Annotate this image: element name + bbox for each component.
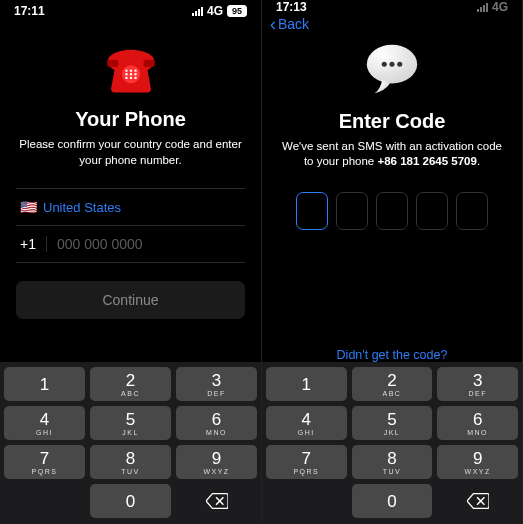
code-digit-1[interactable]: [296, 192, 328, 230]
signal-icon: [192, 7, 203, 16]
status-time: 17:13: [276, 0, 307, 14]
code-digit-4[interactable]: [416, 192, 448, 230]
keypad-backspace[interactable]: [437, 484, 518, 518]
subtitle: We've sent an SMS with an activation cod…: [278, 139, 506, 170]
network-label: 4G: [492, 0, 508, 14]
speech-bubble-icon: [361, 40, 423, 102]
keypad-key-7[interactable]: 7PQRS: [4, 445, 85, 479]
svg-point-14: [382, 62, 387, 67]
svg-point-11: [129, 77, 131, 79]
svg-point-6: [134, 69, 136, 71]
subtitle-phone: +86 181 2645 5709: [377, 155, 476, 167]
svg-point-5: [129, 69, 131, 71]
svg-point-12: [134, 77, 136, 79]
resend-code-link[interactable]: Didn't get the code?: [337, 348, 448, 362]
keypad-key-0[interactable]: 0: [352, 484, 433, 518]
keypad-key-7[interactable]: 7PQRS: [266, 445, 347, 479]
keypad-key-5[interactable]: 5JKL: [90, 406, 171, 440]
keypad-key-1[interactable]: 1: [266, 367, 347, 401]
keypad-key-3[interactable]: 3DEF: [176, 367, 257, 401]
keypad-key-6[interactable]: 6MNO: [176, 406, 257, 440]
keypad-key-9[interactable]: 9WXYZ: [176, 445, 257, 479]
subtitle: Please confirm your country code and ent…: [16, 137, 245, 168]
code-digit-5[interactable]: [456, 192, 488, 230]
nav-bar: ‹ Back: [262, 14, 522, 34]
keypad-key-6[interactable]: 6MNO: [437, 406, 518, 440]
status-right: 4G 95: [192, 4, 247, 18]
svg-point-15: [389, 62, 394, 67]
keypad-key-8[interactable]: 8TUV: [352, 445, 433, 479]
keypad-key-8[interactable]: 8TUV: [90, 445, 171, 479]
svg-point-4: [125, 69, 127, 71]
keypad-key-4[interactable]: 4GHI: [4, 406, 85, 440]
phone-icon: [102, 38, 160, 100]
back-label: Back: [278, 16, 309, 32]
network-label: 4G: [207, 4, 223, 18]
phone-row: +1: [16, 226, 245, 263]
code-digit-2[interactable]: [336, 192, 368, 230]
country-selector[interactable]: 🇺🇸 United States: [16, 188, 245, 226]
status-bar: 17:13 4G: [262, 0, 522, 14]
screen-phone-entry: 17:11 4G 95 Your Phone Please confir: [0, 0, 261, 524]
keypad-key-4[interactable]: 4GHI: [266, 406, 347, 440]
keypad-key-1[interactable]: 1: [4, 367, 85, 401]
phone-input[interactable]: [57, 236, 241, 252]
svg-point-16: [397, 62, 402, 67]
numeric-keypad: 12ABC3DEF4GHI5JKL6MNO7PQRS8TUV9WXYZ0: [0, 362, 261, 524]
signal-icon: [477, 3, 488, 12]
page-title: Enter Code: [339, 110, 446, 133]
keypad-key-5[interactable]: 5JKL: [352, 406, 433, 440]
back-button[interactable]: ‹ Back: [270, 15, 309, 33]
keypad-blank: [4, 484, 85, 518]
code-digit-3[interactable]: [376, 192, 408, 230]
status-right: 4G: [477, 0, 508, 14]
svg-rect-2: [143, 60, 154, 67]
content: Enter Code We've sent an SMS with an act…: [262, 34, 522, 362]
keypad-backspace[interactable]: [176, 484, 257, 518]
svg-point-10: [125, 77, 127, 79]
content: Your Phone Please confirm your country c…: [0, 22, 261, 362]
flag-icon: 🇺🇸: [20, 199, 37, 215]
svg-point-7: [125, 73, 127, 75]
svg-point-8: [129, 73, 131, 75]
continue-button[interactable]: Continue: [16, 281, 245, 319]
status-time: 17:11: [14, 4, 45, 18]
country-name: United States: [43, 200, 121, 215]
keypad-key-2[interactable]: 2ABC: [352, 367, 433, 401]
keypad-key-9[interactable]: 9WXYZ: [437, 445, 518, 479]
page-title: Your Phone: [75, 108, 186, 131]
code-input[interactable]: [296, 192, 488, 230]
status-bar: 17:11 4G 95: [0, 0, 261, 22]
keypad-blank: [266, 484, 347, 518]
keypad-key-2[interactable]: 2ABC: [90, 367, 171, 401]
battery-icon: 95: [227, 5, 247, 17]
screen-enter-code: 17:13 4G ‹ Back: [261, 0, 522, 524]
keypad-key-3[interactable]: 3DEF: [437, 367, 518, 401]
keypad-key-0[interactable]: 0: [90, 484, 171, 518]
chevron-left-icon: ‹: [270, 15, 276, 33]
numeric-keypad: 12ABC3DEF4GHI5JKL6MNO7PQRS8TUV9WXYZ0: [262, 362, 522, 524]
dial-code: +1: [20, 236, 47, 252]
svg-point-9: [134, 73, 136, 75]
svg-rect-1: [107, 60, 118, 67]
